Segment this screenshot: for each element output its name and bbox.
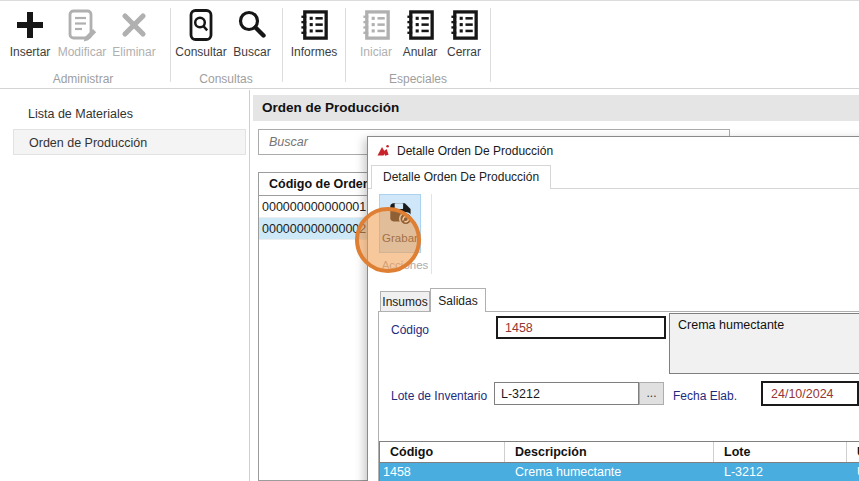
group-label-consultas: Consultas — [170, 72, 282, 86]
dialog-title: Detalle Orden De Producción — [397, 144, 553, 158]
salidas-grid-row-selected[interactable]: 1458 Crema humectante L-3212 UN — [380, 463, 859, 481]
cell-lote: L-3212 — [714, 463, 847, 481]
button-label: Eliminar — [112, 45, 155, 59]
salidas-grid-header-row: Código Descripción Lote U — [380, 442, 859, 463]
browse-button[interactable]: ... — [639, 382, 664, 405]
tab-insumos[interactable]: Insumos — [380, 291, 430, 311]
tab-salidas[interactable]: Salidas — [430, 288, 486, 312]
sidebar-divider — [249, 90, 250, 481]
navigation-sidebar: Lista de Materiales Orden de Producción — [0, 90, 250, 481]
lote-label: Lote de Inventario — [391, 389, 487, 403]
informes-button[interactable]: Informes — [287, 6, 341, 64]
button-label: Informes — [291, 45, 338, 59]
sidebar-item-label: Orden de Producción — [29, 136, 147, 150]
ribbon-separator — [282, 8, 283, 82]
ribbon-separator — [345, 8, 346, 82]
lote-field[interactable] — [494, 382, 639, 405]
report-icon — [360, 6, 393, 44]
app-icon — [376, 144, 390, 158]
fecha-label: Fecha Elab. — [673, 389, 737, 403]
detalle-orden-dialog: Detalle Orden De Producción Detalle Orde… — [367, 136, 859, 481]
document-search-icon — [184, 6, 218, 44]
x-icon — [117, 6, 151, 44]
salidas-grid: Código Descripción Lote U 1458 Crema hum… — [379, 441, 859, 481]
group-label-administrar: Administrar — [25, 72, 141, 86]
cerrar-button[interactable]: Cerrar — [438, 6, 490, 64]
cell-unidad: UN — [847, 463, 859, 481]
dialog-group-separator — [431, 194, 432, 274]
report-icon — [298, 6, 331, 44]
column-header[interactable]: Descripción — [505, 442, 714, 462]
sidebar-item-lista-de-materiales[interactable]: Lista de Materiales — [13, 101, 246, 127]
cell-descripcion: Crema humectante — [505, 463, 714, 481]
column-header[interactable]: Código — [380, 442, 505, 462]
button-label: Iniciar — [360, 45, 392, 59]
buscar-button[interactable]: Buscar — [226, 6, 278, 64]
ribbon-toolbar: Insertar Modificar Eliminar Consultar Bu… — [0, 0, 859, 89]
codigo-label: Código — [391, 323, 429, 337]
dialog-titlebar[interactable]: Detalle Orden De Producción — [368, 137, 859, 164]
button-label: Anular — [403, 45, 438, 59]
consultar-button[interactable]: Consultar — [171, 6, 231, 64]
report-icon — [448, 6, 481, 44]
column-header[interactable]: Lote — [714, 442, 847, 462]
click-highlight-circle — [355, 207, 421, 273]
button-label: Buscar — [233, 45, 270, 59]
button-label: Cerrar — [447, 45, 481, 59]
descripcion-field[interactable]: Crema humectante — [669, 313, 859, 374]
insertar-button[interactable]: Insertar — [4, 6, 56, 64]
fecha-field[interactable] — [761, 381, 859, 406]
button-label: Insertar — [10, 45, 51, 59]
edit-document-icon — [65, 6, 99, 44]
sidebar-item-label: Lista de Materiales — [28, 107, 133, 121]
magnifier-icon — [235, 6, 269, 44]
plus-icon — [13, 6, 47, 44]
tab-detalle-orden[interactable]: Detalle Orden De Producción — [371, 165, 551, 189]
ribbon-separator — [490, 8, 491, 82]
button-label: Consultar — [175, 45, 226, 59]
sidebar-item-orden-de-produccion[interactable]: Orden de Producción — [13, 129, 246, 155]
button-label: Modificar — [58, 45, 107, 59]
report-icon — [404, 6, 437, 44]
column-header[interactable]: U — [847, 442, 859, 462]
eliminar-button[interactable]: Eliminar — [108, 6, 160, 64]
codigo-field[interactable] — [496, 316, 666, 339]
modificar-button[interactable]: Modificar — [56, 6, 108, 64]
cell-codigo: 1458 — [380, 463, 505, 481]
page-title: Orden de Producción — [253, 95, 859, 121]
group-label-especiales: Especiales — [345, 72, 491, 86]
